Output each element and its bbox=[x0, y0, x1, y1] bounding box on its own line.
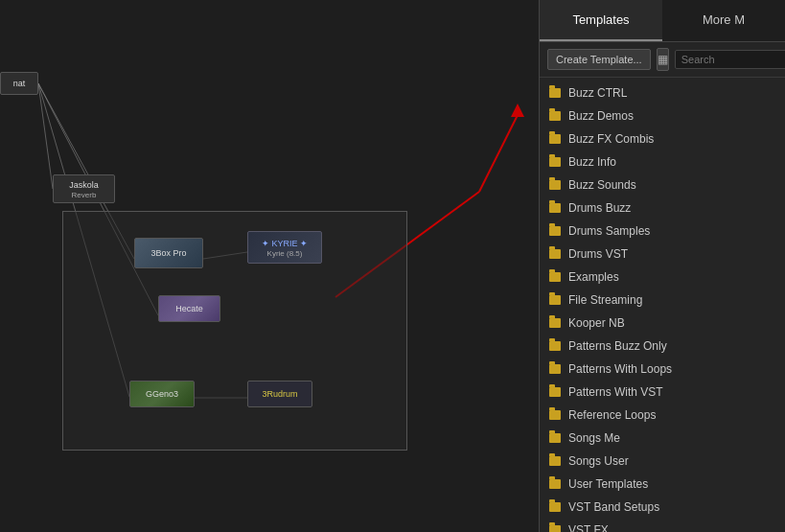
template-list: Buzz CTRLBuzz DemosBuzz FX CombisBuzz In… bbox=[540, 78, 785, 532]
list-item[interactable]: VST Band Setups bbox=[540, 496, 785, 519]
list-item-label: Buzz CTRL bbox=[568, 86, 627, 100]
folder-icon bbox=[549, 502, 561, 512]
node-nat[interactable]: nat bbox=[0, 72, 38, 95]
folder-icon bbox=[549, 364, 561, 374]
list-item[interactable]: Songs Me bbox=[540, 427, 785, 450]
node-3box-label: 3Box Pro bbox=[149, 247, 188, 259]
list-item[interactable]: Buzz Demos bbox=[540, 104, 785, 127]
list-item[interactable]: Buzz CTRL bbox=[540, 81, 785, 104]
tab-bar: Templates More M bbox=[540, 0, 785, 42]
list-item-label: Kooper NB bbox=[568, 316, 625, 330]
folder-icon bbox=[549, 203, 561, 213]
node-jaskola-sublabel: Reverb bbox=[72, 191, 97, 199]
list-item[interactable]: Drums Samples bbox=[540, 220, 785, 243]
list-item[interactable]: Drums Buzz bbox=[540, 197, 785, 220]
node-3box-pro[interactable]: 3Box Pro bbox=[134, 238, 203, 268]
folder-icon bbox=[549, 410, 561, 420]
list-item[interactable]: Reference Loops bbox=[540, 404, 785, 427]
node-kyrie-label: ✦ KYRIE ✦ bbox=[260, 238, 310, 249]
folder-icon bbox=[549, 341, 561, 351]
list-item-label: Reference Loops bbox=[568, 408, 656, 422]
folder-icon bbox=[549, 272, 561, 282]
icon-button[interactable]: ▦ bbox=[657, 48, 669, 71]
list-item[interactable]: Patterns With VST bbox=[540, 381, 785, 404]
list-item-label: Buzz Info bbox=[568, 155, 616, 169]
toolbar: Create Template... ▦ bbox=[540, 42, 785, 78]
list-item-label: Buzz Demos bbox=[568, 109, 634, 123]
list-item[interactable]: Patterns Buzz Only bbox=[540, 335, 785, 358]
list-item-label: File Streaming bbox=[568, 293, 642, 307]
node-ggeno3[interactable]: GGeno3 bbox=[129, 381, 195, 407]
selection-box bbox=[62, 211, 407, 451]
list-item-label: Examples bbox=[568, 270, 619, 284]
list-item-label: Buzz FX Combis bbox=[568, 132, 654, 146]
right-panel: Templates More M Create Template... ▦ Bu… bbox=[539, 0, 785, 532]
node-kyrie[interactable]: ✦ KYRIE ✦ Kyrie (8.5) bbox=[247, 231, 322, 264]
folder-icon bbox=[549, 226, 561, 236]
folder-icon bbox=[549, 157, 561, 167]
create-template-button[interactable]: Create Template... bbox=[547, 49, 651, 70]
node-hecate-label: Hecate bbox=[173, 303, 205, 314]
tab-templates[interactable]: Templates bbox=[540, 0, 662, 41]
list-item[interactable]: Songs User bbox=[540, 450, 785, 473]
folder-icon bbox=[549, 180, 561, 190]
canvas-area[interactable]: nat Jaskola Reverb 3Box Pro ✦ KYRIE ✦ Ky… bbox=[0, 0, 539, 532]
list-item-label: Patterns Buzz Only bbox=[568, 339, 667, 353]
folder-icon bbox=[549, 387, 561, 397]
list-item[interactable]: File Streaming bbox=[540, 289, 785, 312]
svg-line-6 bbox=[479, 115, 518, 192]
svg-line-0 bbox=[38, 83, 53, 189]
folder-icon bbox=[549, 525, 561, 532]
node-3rudrum-label: 3Rudrum bbox=[260, 388, 299, 400]
folder-icon bbox=[549, 111, 561, 121]
list-item[interactable]: Examples bbox=[540, 266, 785, 289]
node-jaskola[interactable]: Jaskola Reverb bbox=[53, 174, 115, 203]
list-item-label: VST Band Setups bbox=[568, 500, 659, 514]
list-item[interactable]: Patterns With Loops bbox=[540, 358, 785, 381]
svg-marker-7 bbox=[511, 104, 524, 117]
list-item-label: User Templates bbox=[568, 477, 648, 491]
list-item[interactable]: Buzz FX Combis bbox=[540, 127, 785, 150]
list-item[interactable]: Buzz Sounds bbox=[540, 173, 785, 197]
list-item-label: Patterns With Loops bbox=[568, 362, 672, 376]
folder-icon bbox=[549, 433, 561, 443]
list-item-label: Drums Samples bbox=[568, 224, 650, 238]
folder-icon bbox=[549, 134, 561, 144]
folder-icon bbox=[549, 88, 561, 98]
list-item[interactable]: Kooper NB bbox=[540, 312, 785, 335]
list-item[interactable]: Drums VST bbox=[540, 243, 785, 266]
folder-icon bbox=[549, 249, 561, 259]
folder-icon bbox=[549, 479, 561, 489]
folder-icon bbox=[549, 456, 561, 466]
node-ggeno3-label: GGeno3 bbox=[144, 388, 180, 400]
list-item-label: Songs User bbox=[568, 454, 629, 468]
tab-more[interactable]: More M bbox=[662, 0, 785, 41]
list-item-label: Songs Me bbox=[568, 431, 620, 445]
list-item-label: Drums VST bbox=[568, 247, 628, 261]
list-item[interactable]: Buzz Info bbox=[540, 150, 785, 173]
node-nat-label: nat bbox=[12, 78, 28, 89]
node-kyrie-sublabel: Kyrie (8.5) bbox=[267, 249, 303, 258]
list-item[interactable]: VST FX bbox=[540, 519, 785, 532]
list-item-label: Drums Buzz bbox=[568, 201, 631, 215]
node-jaskola-label: Jaskola bbox=[67, 179, 101, 191]
list-item[interactable]: User Templates bbox=[540, 473, 785, 496]
node-3rudrum[interactable]: 3Rudrum bbox=[247, 381, 312, 407]
list-item-label: Patterns With VST bbox=[568, 385, 663, 399]
list-item-label: Buzz Sounds bbox=[568, 178, 636, 192]
folder-icon bbox=[549, 295, 561, 305]
search-input[interactable] bbox=[675, 50, 785, 69]
list-item-label: VST FX bbox=[568, 523, 609, 532]
folder-icon bbox=[549, 318, 561, 328]
node-hecate[interactable]: Hecate bbox=[158, 295, 220, 322]
